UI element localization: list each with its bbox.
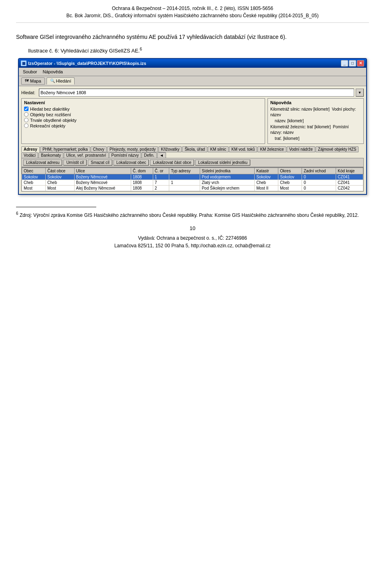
search-label: Hledat:	[21, 90, 37, 95]
tab-phm[interactable]: PHM; hypermarket; polka	[40, 146, 90, 152]
help-line-1: Kilometráž silnic: název [kilometr] Vodn…	[270, 107, 361, 118]
tab-bankomaty[interactable]: Bankomaty	[38, 152, 63, 158]
col-header-obec: Obec	[22, 168, 46, 174]
data-table-wrapper: Obec Část obce Ulice Č. dom Č. or Typ ad…	[21, 167, 364, 192]
table-cell: CZ042	[336, 185, 363, 191]
app-icon: ▦	[21, 61, 26, 66]
header-line2: Bc. Bok Jaromír, DiS., Grafický informač…	[16, 12, 369, 19]
btn-lokalizovat-obec[interactable]: Lokalizovat obec	[113, 160, 149, 166]
table-cell: 0	[302, 174, 336, 180]
tab-km-silnic[interactable]: KM silnic	[208, 146, 229, 152]
close-button[interactable]: ✕	[357, 60, 364, 67]
table-cell: 1	[153, 174, 169, 180]
option-objekty-bez-rozliseni: Objekty bez rozlišení	[24, 112, 262, 117]
option-rekreacni: Rekreační objekty	[24, 123, 262, 128]
table-cell: Most	[278, 185, 302, 191]
table-cell: Alej Boženy Němcové	[74, 185, 131, 191]
option-trvale-obydlene: Trvale obydlené objekty	[24, 118, 262, 123]
table-cell	[169, 174, 200, 180]
btn-lokalizovat-sidelni[interactable]: Lokalizovat sídelní jednotku	[195, 160, 250, 166]
document-footer: Vydává: Ochrana a bezpečnost o. s., IČ: …	[16, 234, 369, 250]
btn-smazat-cil[interactable]: Smazat cíl	[88, 160, 112, 166]
table-cell: Sokolov	[46, 174, 75, 180]
help-title: Nápověda	[270, 100, 361, 105]
title-bar-left: ▦ IzsOperator - \\Sup\gis_data\PROJEKTY\…	[21, 61, 146, 66]
window-title: IzsOperator - \\Sup\gis_data\PROJEKTY\KO…	[28, 61, 146, 66]
btn-lokalizovat-cast[interactable]: Lokalizovat část obce	[150, 160, 194, 166]
main-paragraph: Software GISel integrovaného záchranného…	[16, 32, 369, 41]
tab-skola[interactable]: Škola, úřad	[182, 146, 207, 152]
tab-mapa[interactable]: 🗺 Mapa	[21, 77, 45, 85]
table-cell: Most	[22, 185, 46, 191]
footnote-number: 6	[16, 211, 18, 216]
settings-title: Nastavení	[24, 100, 262, 105]
page-number: 10	[16, 225, 369, 231]
tab-krizov[interactable]: Křižovatky	[158, 146, 182, 152]
col-header-okres: Okres	[278, 168, 302, 174]
search-row: Hledat: ▼	[21, 89, 364, 97]
help-line-2: název. [kilometr]	[270, 118, 361, 124]
table-cell: Cheb	[255, 180, 278, 185]
radio-trvale-obydlene[interactable]	[24, 118, 28, 122]
tab-km-zeleznic[interactable]: KM železnice	[257, 146, 286, 152]
settings-panel: Nastavení Hledat bez diakritiky Objekty …	[21, 98, 265, 144]
footer-line1: Vydává: Ochrana a bezpečnost o. s., IČ: …	[16, 234, 369, 242]
menu-soubor[interactable]: Soubor	[20, 69, 39, 75]
menu-napoveda[interactable]: Nápověda	[40, 69, 65, 75]
btn-lokalizovat-adresu[interactable]: Lokalizovat adresu	[23, 160, 62, 166]
app-content: Hledat: ▼ Nastavení Hledat bez diakritik…	[19, 86, 366, 194]
col-header-cdom: Č. dom	[131, 168, 153, 174]
tab-prejezdy[interactable]: Přejezdy, mosty, podjezdy	[107, 146, 158, 152]
tab-vodni[interactable]: Vodní nádrže	[287, 146, 315, 152]
table-cell: Boženy Němcové	[74, 174, 131, 180]
search-dropdown-button[interactable]: ▼	[356, 89, 364, 97]
checkbox-diakritika[interactable]	[24, 107, 28, 111]
table-cell: Pod Šikolejm vrchem	[200, 185, 254, 191]
tab-defin[interactable]: Defin.	[142, 152, 157, 158]
tab-hledani[interactable]: 🔍 Hledání	[47, 77, 75, 85]
table-cell: Sokolov	[255, 174, 278, 180]
col-header-sidelni: Sídelní jednotka	[200, 168, 254, 174]
footnote-content: Zdroj: Výroční zpráva Komise GIS Hasičsk…	[20, 212, 359, 218]
maximize-button[interactable]: □	[349, 60, 356, 67]
table-row[interactable]: SokolovSokolovBoženy Němcové18081Pod vod…	[22, 174, 363, 180]
option-hledat-bez-diakritiky: Hledat bez diakritiky	[24, 107, 262, 111]
tab-adresy[interactable]: Adresy	[21, 146, 40, 152]
help-line-4: trať. [kilometr]	[270, 136, 361, 141]
tab-km-toku[interactable]: KM vod. toků	[229, 146, 257, 152]
tab-zajmove[interactable]: Zájmové objekty HZS	[316, 146, 359, 152]
table-cell: Pod vodojemem	[200, 174, 254, 180]
help-line-3: Kilometráž železnic: trať [kilometr] Pom…	[270, 124, 361, 135]
tab-chovy[interactable]: Chovy	[91, 146, 107, 152]
radio-bez-rozliseni[interactable]	[24, 112, 28, 117]
col-header-zadni: Zadní vchod	[302, 168, 336, 174]
table-cell: CZ041	[336, 174, 363, 180]
window-controls[interactable]: _ □ ✕	[341, 60, 364, 67]
tab-vodaci[interactable]: Vodáci	[21, 152, 38, 158]
label-bez-rozliseni: Objekty bez rozlišení	[30, 112, 71, 117]
label-rekreacni: Rekreační objekty	[30, 123, 65, 128]
tab-ulice[interactable]: Ulice, veř. prostranství	[64, 152, 108, 158]
col-header-cor: Č. or	[153, 168, 169, 174]
table-row[interactable]: MostMostAlej Boženy Němcové18082Pod Šiko…	[22, 185, 363, 191]
minimize-button[interactable]: _	[341, 60, 348, 67]
table-row[interactable]: ChebChebBoženy Němcové180871Zlatý vrchCh…	[22, 180, 363, 185]
btn-umistit-cil[interactable]: Umístit cíl	[63, 160, 87, 166]
table-cell: Sokolov	[278, 174, 302, 180]
main-text-content: Software GISel integrovaného záchranného…	[16, 34, 287, 40]
table-cell: 7	[153, 180, 169, 185]
footnote-area: 6 Zdroj: Výroční zpráva Komise GIS Hasič…	[16, 207, 369, 219]
tab-mapa-label: Mapa	[30, 79, 41, 83]
tab-scroll-left[interactable]: ◄	[157, 152, 166, 158]
tab-pomistni[interactable]: Pomístní názvy	[109, 152, 141, 158]
menu-bar: Soubor Nápověda	[19, 68, 366, 76]
footnote-text: 6 Zdroj: Výroční zpráva Komise GIS Hasič…	[16, 210, 369, 219]
table-cell: Cheb	[22, 180, 46, 185]
table-cell: 1	[169, 180, 200, 185]
radio-rekreacni[interactable]	[24, 123, 28, 128]
data-tabs-row: Adresy PHM; hypermarket; polka Chovy Pře…	[21, 146, 364, 158]
search-input[interactable]	[39, 89, 354, 97]
document-header: Ochrana & Bezpečnost – 2014-2015, ročník…	[16, 0, 369, 21]
col-header-cast: Část obce	[46, 168, 75, 174]
toolbar: 🗺 Mapa 🔍 Hledání	[19, 76, 366, 86]
